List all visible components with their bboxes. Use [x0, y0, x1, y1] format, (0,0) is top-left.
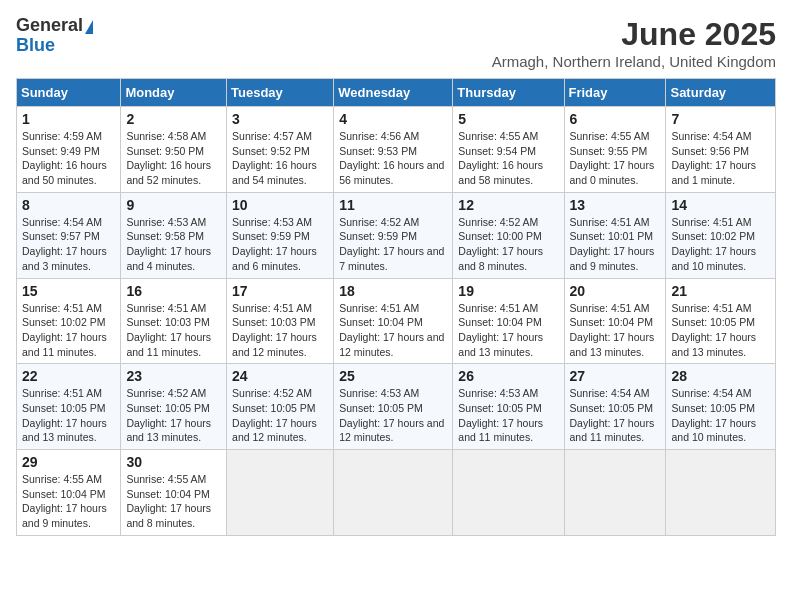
calendar-cell: 6 Sunrise: 4:55 AM Sunset: 9:55 PM Dayli… [564, 107, 666, 193]
day-info: Sunrise: 4:58 AM Sunset: 9:50 PM Dayligh… [126, 129, 221, 188]
day-number: 10 [232, 197, 328, 213]
calendar-cell [564, 450, 666, 536]
calendar-cell: 29 Sunrise: 4:55 AM Sunset: 10:04 PM Day… [17, 450, 121, 536]
calendar-cell: 12 Sunrise: 4:52 AM Sunset: 10:00 PM Day… [453, 192, 564, 278]
weekday-header-row: SundayMondayTuesdayWednesdayThursdayFrid… [17, 79, 776, 107]
weekday-header-monday: Monday [121, 79, 227, 107]
day-number: 22 [22, 368, 115, 384]
day-info: Sunrise: 4:54 AM Sunset: 10:05 PM Daylig… [570, 386, 661, 445]
day-info: Sunrise: 4:59 AM Sunset: 9:49 PM Dayligh… [22, 129, 115, 188]
day-info: Sunrise: 4:51 AM Sunset: 10:05 PM Daylig… [22, 386, 115, 445]
calendar-cell: 26 Sunrise: 4:53 AM Sunset: 10:05 PM Day… [453, 364, 564, 450]
calendar-cell: 15 Sunrise: 4:51 AM Sunset: 10:02 PM Day… [17, 278, 121, 364]
day-info: Sunrise: 4:51 AM Sunset: 10:04 PM Daylig… [458, 301, 558, 360]
day-number: 12 [458, 197, 558, 213]
day-info: Sunrise: 4:51 AM Sunset: 10:03 PM Daylig… [232, 301, 328, 360]
day-number: 27 [570, 368, 661, 384]
day-number: 25 [339, 368, 447, 384]
logo-general: General [16, 15, 83, 35]
day-info: Sunrise: 4:53 AM Sunset: 9:58 PM Dayligh… [126, 215, 221, 274]
day-number: 9 [126, 197, 221, 213]
calendar-cell: 19 Sunrise: 4:51 AM Sunset: 10:04 PM Day… [453, 278, 564, 364]
day-number: 6 [570, 111, 661, 127]
calendar-cell: 22 Sunrise: 4:51 AM Sunset: 10:05 PM Day… [17, 364, 121, 450]
day-number: 28 [671, 368, 770, 384]
logo-icon [85, 20, 93, 34]
calendar-week-4: 22 Sunrise: 4:51 AM Sunset: 10:05 PM Day… [17, 364, 776, 450]
calendar-cell: 18 Sunrise: 4:51 AM Sunset: 10:04 PM Day… [334, 278, 453, 364]
day-info: Sunrise: 4:51 AM Sunset: 10:04 PM Daylig… [570, 301, 661, 360]
calendar-cell: 9 Sunrise: 4:53 AM Sunset: 9:58 PM Dayli… [121, 192, 227, 278]
day-info: Sunrise: 4:51 AM Sunset: 10:02 PM Daylig… [22, 301, 115, 360]
weekday-header-thursday: Thursday [453, 79, 564, 107]
calendar-week-1: 1 Sunrise: 4:59 AM Sunset: 9:49 PM Dayli… [17, 107, 776, 193]
day-info: Sunrise: 4:57 AM Sunset: 9:52 PM Dayligh… [232, 129, 328, 188]
page-header: General Blue June 2025 Armagh, Northern … [16, 16, 776, 70]
calendar-cell: 7 Sunrise: 4:54 AM Sunset: 9:56 PM Dayli… [666, 107, 776, 193]
day-info: Sunrise: 4:54 AM Sunset: 9:56 PM Dayligh… [671, 129, 770, 188]
weekday-header-friday: Friday [564, 79, 666, 107]
day-number: 18 [339, 283, 447, 299]
calendar-table: SundayMondayTuesdayWednesdayThursdayFrid… [16, 78, 776, 536]
calendar-week-5: 29 Sunrise: 4:55 AM Sunset: 10:04 PM Day… [17, 450, 776, 536]
day-info: Sunrise: 4:54 AM Sunset: 9:57 PM Dayligh… [22, 215, 115, 274]
calendar-cell: 23 Sunrise: 4:52 AM Sunset: 10:05 PM Day… [121, 364, 227, 450]
weekday-header-saturday: Saturday [666, 79, 776, 107]
calendar-cell: 25 Sunrise: 4:53 AM Sunset: 10:05 PM Day… [334, 364, 453, 450]
weekday-header-wednesday: Wednesday [334, 79, 453, 107]
calendar-cell: 27 Sunrise: 4:54 AM Sunset: 10:05 PM Day… [564, 364, 666, 450]
day-info: Sunrise: 4:51 AM Sunset: 10:01 PM Daylig… [570, 215, 661, 274]
day-number: 2 [126, 111, 221, 127]
day-number: 7 [671, 111, 770, 127]
logo: General Blue [16, 16, 93, 56]
day-info: Sunrise: 4:55 AM Sunset: 10:04 PM Daylig… [126, 472, 221, 531]
day-number: 24 [232, 368, 328, 384]
day-number: 16 [126, 283, 221, 299]
day-number: 21 [671, 283, 770, 299]
day-info: Sunrise: 4:52 AM Sunset: 10:00 PM Daylig… [458, 215, 558, 274]
day-number: 26 [458, 368, 558, 384]
day-number: 8 [22, 197, 115, 213]
day-info: Sunrise: 4:51 AM Sunset: 10:05 PM Daylig… [671, 301, 770, 360]
calendar-cell: 14 Sunrise: 4:51 AM Sunset: 10:02 PM Day… [666, 192, 776, 278]
calendar-cell: 4 Sunrise: 4:56 AM Sunset: 9:53 PM Dayli… [334, 107, 453, 193]
day-info: Sunrise: 4:54 AM Sunset: 10:05 PM Daylig… [671, 386, 770, 445]
calendar-cell: 2 Sunrise: 4:58 AM Sunset: 9:50 PM Dayli… [121, 107, 227, 193]
day-number: 3 [232, 111, 328, 127]
calendar-cell: 5 Sunrise: 4:55 AM Sunset: 9:54 PM Dayli… [453, 107, 564, 193]
calendar-cell: 30 Sunrise: 4:55 AM Sunset: 10:04 PM Day… [121, 450, 227, 536]
day-number: 17 [232, 283, 328, 299]
day-info: Sunrise: 4:53 AM Sunset: 10:05 PM Daylig… [458, 386, 558, 445]
calendar-cell: 17 Sunrise: 4:51 AM Sunset: 10:03 PM Day… [227, 278, 334, 364]
day-info: Sunrise: 4:52 AM Sunset: 9:59 PM Dayligh… [339, 215, 447, 274]
calendar-cell: 3 Sunrise: 4:57 AM Sunset: 9:52 PM Dayli… [227, 107, 334, 193]
logo-blue: Blue [16, 36, 93, 56]
day-number: 13 [570, 197, 661, 213]
day-number: 4 [339, 111, 447, 127]
day-info: Sunrise: 4:55 AM Sunset: 9:55 PM Dayligh… [570, 129, 661, 188]
day-info: Sunrise: 4:51 AM Sunset: 10:03 PM Daylig… [126, 301, 221, 360]
day-number: 23 [126, 368, 221, 384]
day-number: 19 [458, 283, 558, 299]
day-number: 11 [339, 197, 447, 213]
calendar-cell [334, 450, 453, 536]
calendar-cell [453, 450, 564, 536]
calendar-week-3: 15 Sunrise: 4:51 AM Sunset: 10:02 PM Day… [17, 278, 776, 364]
calendar-cell [666, 450, 776, 536]
title-block: June 2025 Armagh, Northern Ireland, Unit… [492, 16, 776, 70]
calendar-cell: 21 Sunrise: 4:51 AM Sunset: 10:05 PM Day… [666, 278, 776, 364]
calendar-cell: 10 Sunrise: 4:53 AM Sunset: 9:59 PM Dayl… [227, 192, 334, 278]
day-number: 14 [671, 197, 770, 213]
day-info: Sunrise: 4:53 AM Sunset: 9:59 PM Dayligh… [232, 215, 328, 274]
month-title: June 2025 [492, 16, 776, 53]
day-info: Sunrise: 4:55 AM Sunset: 9:54 PM Dayligh… [458, 129, 558, 188]
day-number: 15 [22, 283, 115, 299]
day-number: 1 [22, 111, 115, 127]
day-info: Sunrise: 4:51 AM Sunset: 10:02 PM Daylig… [671, 215, 770, 274]
weekday-header-sunday: Sunday [17, 79, 121, 107]
calendar-cell: 11 Sunrise: 4:52 AM Sunset: 9:59 PM Dayl… [334, 192, 453, 278]
day-info: Sunrise: 4:52 AM Sunset: 10:05 PM Daylig… [126, 386, 221, 445]
calendar-cell: 13 Sunrise: 4:51 AM Sunset: 10:01 PM Day… [564, 192, 666, 278]
calendar-cell: 20 Sunrise: 4:51 AM Sunset: 10:04 PM Day… [564, 278, 666, 364]
calendar-cell [227, 450, 334, 536]
